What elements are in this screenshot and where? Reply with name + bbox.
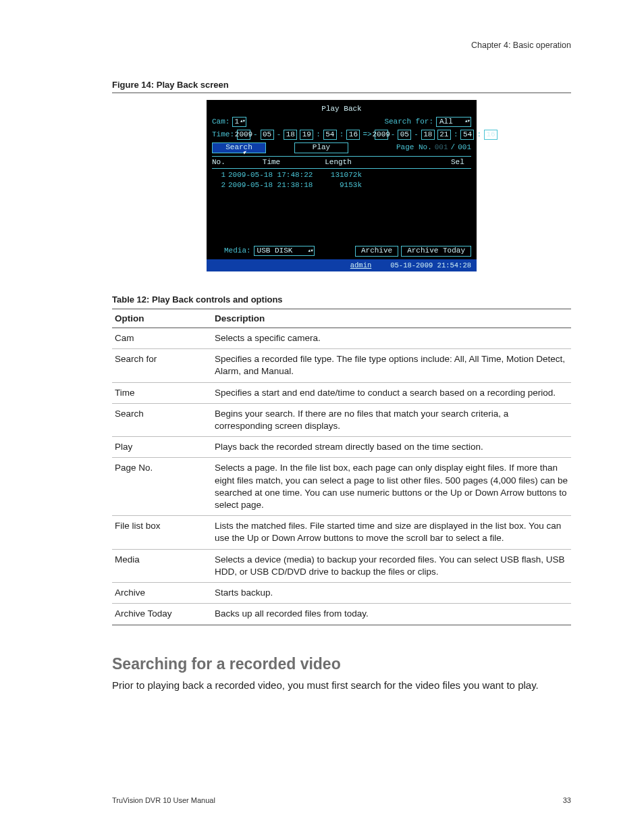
file-time: 2009-05-18 17:48:22 <box>228 170 315 180</box>
spinner-icon: ▲▼ <box>240 120 244 123</box>
time-from-hour[interactable]: 19 <box>300 130 313 140</box>
file-no: 1 <box>212 170 228 180</box>
table-row: Search forSpecifies a recorded file type… <box>112 349 571 382</box>
file-row[interactable]: 1 2009-05-18 17:48:22 131072k <box>212 170 471 180</box>
play-button[interactable]: Play <box>294 142 348 153</box>
figure-caption: Figure 14: Play Back screen <box>112 80 571 90</box>
col-sel: Sel <box>451 157 471 167</box>
opt-desc: Lists the matched files. File started ti… <box>212 516 571 549</box>
page-sep: / <box>451 142 456 153</box>
table-row: ArchiveStarts backup. <box>112 583 571 604</box>
file-time: 2009-05-18 21:38:18 <box>228 180 315 190</box>
opt-desc: Plays back the recorded stream directly … <box>212 437 571 458</box>
opt-desc: Selects a specific camera. <box>212 328 571 348</box>
page-total: 001 <box>458 142 471 153</box>
opt-name: Media <box>112 549 212 582</box>
opt-desc: Specifies a recorded file type. The file… <box>212 349 571 382</box>
table-row: File list boxLists the matched files. Fi… <box>112 516 571 549</box>
th-option: Option <box>112 309 212 328</box>
time-row: Time: 2009- 05- 18 19: 54: 16 => 2009- 0… <box>212 130 471 140</box>
options-table: Option Description CamSelects a specific… <box>112 309 571 625</box>
opt-name: Search <box>112 403 212 436</box>
col-time: Time <box>228 157 315 167</box>
opt-desc: Backs up all recorded files from today. <box>212 604 571 625</box>
status-user: admin <box>350 261 372 270</box>
file-no: 2 <box>212 180 228 190</box>
page-current[interactable]: 001 <box>435 142 448 153</box>
time-from-month[interactable]: 05 <box>261 130 274 140</box>
footer-left: TruVision DVR 10 User Manual <box>112 796 215 804</box>
table-row: Page No.Selects a page. In the file list… <box>112 458 571 516</box>
time-to-sec[interactable]: 16 <box>484 130 498 140</box>
time-to-day[interactable]: 18 <box>421 130 435 140</box>
opt-desc: Starts backup. <box>212 583 571 604</box>
media-select[interactable]: USB DISK ▲▼ <box>254 246 315 256</box>
status-time: 05-18-2009 21:54:28 <box>390 261 471 270</box>
dvr-title: Play Back <box>212 104 471 114</box>
search-button[interactable]: Search <box>212 142 266 153</box>
time-arrow: => <box>363 130 371 140</box>
search-for-value: All <box>439 117 453 127</box>
time-from-day[interactable]: 18 <box>284 130 297 140</box>
time-to-year[interactable]: 2009 <box>375 130 388 140</box>
opt-name: File list box <box>112 516 212 549</box>
page-label: Page No. <box>396 142 432 153</box>
time-to-min[interactable]: 54 <box>460 130 474 140</box>
file-row[interactable]: 2 2009-05-18 21:38:18 9153k <box>212 180 471 190</box>
th-desc: Description <box>212 309 571 328</box>
media-label: Media: <box>224 246 251 256</box>
figure-rule <box>112 93 571 93</box>
cam-label: Cam: <box>212 117 230 127</box>
table-caption: Table 12: Play Back controls and options <box>112 294 571 305</box>
col-no: No. <box>212 157 228 167</box>
section-heading: Searching for a recorded video <box>112 655 571 673</box>
opt-name: Page No. <box>112 458 212 516</box>
footer-page-number: 33 <box>563 796 571 804</box>
opt-name: Archive <box>112 583 212 604</box>
archive-button[interactable]: Archive <box>355 246 398 257</box>
table-row: MediaSelects a device (media) to backup … <box>112 549 571 582</box>
archive-today-button[interactable]: Archive Today <box>401 246 471 257</box>
opt-desc: Begins your search. If there are no file… <box>212 403 571 436</box>
opt-desc: Selects a page. In the file list box, ea… <box>212 458 571 516</box>
time-to-month[interactable]: 05 <box>398 130 411 140</box>
opt-desc: Selects a device (media) to backup your … <box>212 549 571 582</box>
time-from-year[interactable]: 2009 <box>237 130 250 140</box>
opt-name: Archive Today <box>112 604 212 625</box>
file-length: 131072k <box>315 170 362 180</box>
time-from-sec[interactable]: 16 <box>346 130 360 140</box>
file-length: 9153k <box>315 180 362 190</box>
opt-name: Time <box>112 382 212 403</box>
time-to-hour[interactable]: 21 <box>437 130 451 140</box>
col-length: Length <box>315 157 362 167</box>
search-for-select[interactable]: All ▲▼ <box>436 117 471 127</box>
section-body: Prior to playing back a recorded video, … <box>112 679 571 692</box>
cam-select[interactable]: 1 ▲▼ <box>232 117 246 127</box>
opt-desc: Specifies a start and end date/time to c… <box>212 382 571 403</box>
chapter-header: Chapter 4: Basic operation <box>112 41 571 50</box>
status-bar: admin 05-18-2009 21:54:28 <box>207 259 477 271</box>
file-list-header: No. Time Length Sel <box>212 156 471 169</box>
opt-name: Play <box>112 437 212 458</box>
time-label: Time: <box>212 130 234 140</box>
spinner-icon: ▲▼ <box>465 120 469 123</box>
opt-name: Cam <box>112 328 212 348</box>
table-row: PlayPlays back the recorded stream direc… <box>112 437 571 458</box>
search-for-label: Search for: <box>384 117 433 127</box>
playback-screenshot: Play Back Cam: 1 ▲▼ Search for: All ▲▼ T… <box>207 100 477 271</box>
spinner-icon: ▲▼ <box>308 250 313 253</box>
time-from-min[interactable]: 54 <box>323 130 337 140</box>
table-row: Archive TodayBacks up all recorded files… <box>112 604 571 625</box>
table-row: TimeSpecifies a start and end date/time … <box>112 382 571 403</box>
file-list-box[interactable]: 1 2009-05-18 17:48:22 131072k 2 2009-05-… <box>212 169 471 243</box>
table-row: CamSelects a specific camera. <box>112 328 571 348</box>
table-row: SearchBegins your search. If there are n… <box>112 403 571 436</box>
opt-name: Search for <box>112 349 212 382</box>
media-value: USB DISK <box>257 246 293 256</box>
cam-value: 1 <box>234 117 239 127</box>
